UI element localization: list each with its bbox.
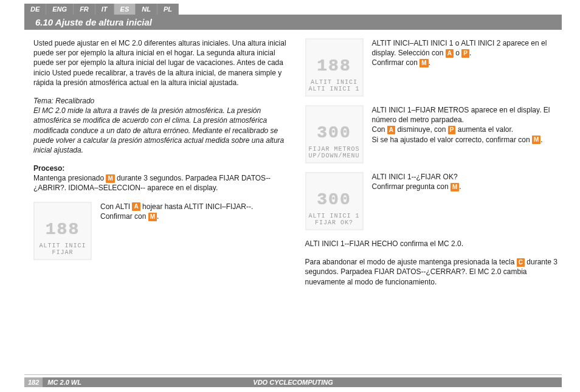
right-column: 188 ALTIT INICI ALTI INICI 1 ALTIT INICI… xyxy=(305,38,562,295)
lcd-bottom: ALTI INICI 1 FIJAR OK? xyxy=(308,213,359,226)
lcd-fijar-ok: 300 ALTI INICI 1 FIJAR OK? xyxy=(305,172,364,230)
lcd-digits: 188 xyxy=(317,55,351,78)
a-button-icon: A xyxy=(446,49,454,58)
a-button-icon: A xyxy=(132,202,140,211)
lang-tab-pl[interactable]: PL xyxy=(157,4,179,15)
proceso-line-1: Mantenga presionado M durante 3 segundos… xyxy=(33,173,291,193)
p-button-icon: P xyxy=(448,126,456,134)
footer-bar: 182 MC 2.0 WL VDO CYCLECOMPUTING xyxy=(24,377,562,387)
step-r1: 188 ALTIT INICI ALTI INICI 1 ALTIT INICI… xyxy=(305,38,562,97)
m-button-icon: M xyxy=(148,213,157,221)
tema-label: Tema: Recalibrado xyxy=(33,96,291,106)
text: FIJAR xyxy=(39,249,86,256)
text: . xyxy=(157,212,159,221)
tema-body: El MC 2.0 mide la altura a través de la … xyxy=(33,106,291,155)
footer-divider xyxy=(24,374,562,375)
model-label: MC 2.0 WL xyxy=(43,379,81,386)
text: hojear hasta ALTIT INICI–FIJAR--. xyxy=(140,202,254,211)
lcd-digits: 300 xyxy=(317,122,351,145)
lang-tab-de[interactable]: DE xyxy=(24,4,46,15)
text: Confirmar con xyxy=(372,58,420,67)
lcd-digits: 300 xyxy=(317,188,351,211)
lcd-bottom: FIJAR METROS UP/DOWN/MENU xyxy=(308,146,359,159)
lcd-altit-inici-fijar: 188 ALTIT INICI FIJAR xyxy=(33,202,92,260)
text: Mantenga presionado xyxy=(33,174,106,182)
step-alti-row: 188 ALTIT INICI FIJAR Con ALTI A hojear … xyxy=(33,202,291,260)
proceso-block: Proceso: Mantenga presionado M durante 3… xyxy=(33,163,291,193)
step-alti-text: Con ALTI A hojear hasta ALTIT INICI–FIJA… xyxy=(100,202,291,221)
step-r3: 300 ALTI INICI 1 FIJAR OK? ALTI INICI 1-… xyxy=(305,172,562,230)
proceso-label: Proceso: xyxy=(33,163,291,173)
lang-tab-eng[interactable]: ENG xyxy=(46,4,74,15)
lang-tab-fr[interactable]: FR xyxy=(74,4,95,15)
text: ALTI INICI 1--¿FIJAR OK? xyxy=(372,173,458,181)
step-r3-text: ALTI INICI 1--¿FIJAR OK? Confirmar pregu… xyxy=(372,172,562,191)
text: ALTI INICI 1–FIJAR METROS aparece en el … xyxy=(372,106,550,124)
page-number: 182 xyxy=(24,377,43,387)
a-button-icon: A xyxy=(387,126,395,134)
text: Con xyxy=(372,125,387,134)
tema-block: Tema: Recalibrado El MC 2.0 mide la altu… xyxy=(33,96,291,155)
step-r2: 300 FIJAR METROS UP/DOWN/MENU ALTI INICI… xyxy=(305,105,562,163)
lang-tab-it[interactable]: IT xyxy=(95,4,114,15)
intro-paragraph: Usted puede ajustar en el MC 2.0 diferen… xyxy=(33,38,291,88)
text: Confirmar pregunta con xyxy=(372,182,451,191)
text: . xyxy=(540,136,542,144)
text: ALTIT INICI xyxy=(39,242,86,249)
lcd-digits: 188 xyxy=(46,218,80,241)
text: FIJAR METROS xyxy=(308,146,359,153)
m-button-icon: M xyxy=(419,59,428,67)
p-button-icon: P xyxy=(461,49,469,58)
language-tabs: DEENGFRITESNLPL xyxy=(24,4,580,15)
text: FIJAR OK? xyxy=(308,219,359,226)
text: ALTI INICI 1 xyxy=(308,86,359,92)
text: ALTIT INICI xyxy=(308,79,359,86)
step-r1-text: ALTIT INICI–ALTI INICI 1 o ALTI INICI 2 … xyxy=(372,38,562,68)
section-title: 6.10 Ajuste de altura inicial xyxy=(24,15,562,30)
text: o xyxy=(454,49,461,57)
text: Para abandonar el modo de ajuste manteng… xyxy=(305,258,517,266)
text: disminuye, con xyxy=(395,125,448,134)
lcd-altit-inici-1: 188 ALTIT INICI ALTI INICI 1 xyxy=(305,38,364,97)
text: Confirmar con xyxy=(100,212,148,221)
text: . xyxy=(459,182,461,191)
brand-label: VDO CYCLECOMPUTING xyxy=(253,379,333,386)
text: . xyxy=(429,58,430,67)
text: aumenta el valor. xyxy=(455,125,513,134)
text: UP/DOWN/MENU xyxy=(308,153,359,159)
exit-paragraph: Para abandonar el modo de ajuste manteng… xyxy=(305,257,562,287)
m-button-icon: M xyxy=(451,183,459,191)
done-line: ALTI INICI 1--FIJAR HECHO confirma el MC… xyxy=(305,239,562,249)
step-r2-text: ALTI INICI 1–FIJAR METROS aparece en el … xyxy=(372,105,562,145)
left-column: Usted puede ajustar en el MC 2.0 diferen… xyxy=(33,38,291,295)
text: ALTI INICI 1 xyxy=(308,213,359,219)
text: Con ALTI xyxy=(100,202,132,211)
m-button-icon: M xyxy=(532,136,540,144)
lang-tab-nl[interactable]: NL xyxy=(136,4,157,15)
lcd-bottom: ALTIT INICI ALTI INICI 1 xyxy=(308,79,359,92)
lang-tab-es[interactable]: ES xyxy=(114,4,136,15)
c-button-icon: C xyxy=(517,258,525,267)
text: . xyxy=(469,49,471,57)
m-button-icon: M xyxy=(106,174,114,183)
content: Usted puede ajustar en el MC 2.0 diferen… xyxy=(33,38,562,295)
lcd-fijar-metros: 300 FIJAR METROS UP/DOWN/MENU xyxy=(305,105,364,163)
lcd-bottom: ALTIT INICI FIJAR xyxy=(39,242,86,256)
text: Si se ha ajustado el valor correcto, con… xyxy=(372,136,532,144)
